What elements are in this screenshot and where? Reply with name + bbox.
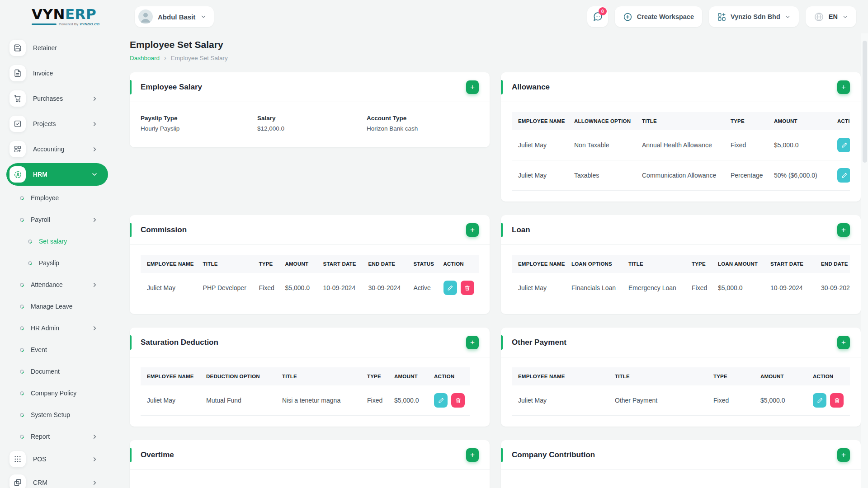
action-cell bbox=[833, 130, 850, 160]
sidebar-item-purchases[interactable]: Purchases bbox=[0, 86, 112, 111]
sidebar-subitem-label: Attendance bbox=[31, 281, 63, 288]
table-cell: Juliet May bbox=[141, 273, 198, 303]
sidebar-subitem-payroll[interactable]: Payroll bbox=[0, 209, 112, 230]
sidebar-item-crm[interactable]: CRM bbox=[0, 471, 112, 488]
add-loan-button[interactable] bbox=[837, 223, 850, 237]
language-label: EN bbox=[829, 13, 838, 20]
add-other-payment-button[interactable] bbox=[837, 336, 850, 349]
column-header: AMOUNT bbox=[769, 112, 833, 130]
sidebar-subitem-label: Payslip bbox=[39, 259, 59, 267]
add-commission-button[interactable] bbox=[466, 223, 479, 237]
sidebar-subitem-label: Set salary bbox=[39, 238, 67, 245]
card-title: Company Contribution bbox=[512, 450, 595, 460]
sidebar-item-projects[interactable]: Projects bbox=[0, 111, 112, 136]
card-title: Loan bbox=[512, 225, 530, 235]
sidebar-item-accounting[interactable]: Accounting bbox=[0, 136, 112, 162]
table-cell: Other Payment bbox=[610, 385, 709, 416]
purchases-icon bbox=[9, 90, 26, 107]
employee-salary-fields: Payslip Type Hourly Payslip Salary $12,0… bbox=[130, 102, 490, 147]
sidebar-item-hrm[interactable]: HRM bbox=[6, 163, 108, 186]
edit-button[interactable] bbox=[434, 393, 448, 408]
sidebar-subitem-system-setup[interactable]: System Setup bbox=[0, 404, 112, 426]
card-header: Overtime bbox=[130, 440, 490, 470]
table-header-row: EMPLOYEE NAMETITLETYPEAMOUNTSTART DATEEN… bbox=[141, 255, 479, 273]
company-contribution-card: Company Contribution bbox=[501, 440, 861, 488]
workspace-switcher[interactable]: Vynzio Sdn Bhd bbox=[709, 6, 799, 27]
delete-button[interactable] bbox=[830, 393, 844, 408]
scrollbar-thumb[interactable] bbox=[863, 41, 867, 163]
sidebar-subitem-event[interactable]: Event bbox=[0, 339, 112, 361]
top-header: VYNERP Powered By VYNZIO.CO Abdul Basit … bbox=[0, 0, 868, 33]
create-workspace-label: Create Workspace bbox=[637, 13, 694, 20]
field-label: Account Type bbox=[367, 115, 418, 122]
column-header: START DATE bbox=[766, 255, 816, 273]
edit-button[interactable] bbox=[443, 281, 457, 295]
page-scrollbar[interactable] bbox=[861, 0, 868, 488]
overtime-card: Overtime bbox=[130, 440, 490, 488]
add-employee-salary-button[interactable] bbox=[466, 80, 479, 94]
sidebar-subitem-payslip[interactable]: Payslip bbox=[0, 252, 112, 274]
column-header: AMOUNT bbox=[756, 367, 808, 385]
breadcrumb-dashboard-link[interactable]: Dashboard bbox=[130, 55, 160, 61]
plus-circle-icon bbox=[623, 12, 632, 22]
field-value: Hourly Payslip bbox=[141, 125, 257, 132]
sidebar-item-pos[interactable]: POS bbox=[0, 447, 112, 471]
add-saturation-deduction-button[interactable] bbox=[466, 336, 479, 349]
sidebar-subitem-set-salary[interactable]: Set salary bbox=[0, 230, 112, 252]
sidebar-main-items: RetainerInvoicePurchasesProjectsAccounti… bbox=[0, 35, 112, 186]
add-company-contribution-button[interactable] bbox=[837, 448, 850, 462]
chevron-down-icon bbox=[200, 14, 207, 20]
hrm-submenu: EmployeePayrollSet salaryPayslipAttendan… bbox=[0, 187, 112, 447]
sidebar-subitem-manage-leave[interactable]: Manage Leave bbox=[0, 296, 112, 317]
sidebar-subitem-company-policy[interactable]: Company Policy bbox=[0, 382, 112, 404]
sidebar-item-label: Retainer bbox=[33, 44, 57, 52]
table-header-row: EMPLOYEE NAMELOAN OPTIONSTITLETYPELOAN A… bbox=[512, 255, 850, 273]
sidebar-item-invoice[interactable]: Invoice bbox=[0, 61, 112, 86]
column-header: AMOUNT bbox=[390, 367, 429, 385]
add-overtime-button[interactable] bbox=[466, 448, 479, 462]
table-cell: Juliet May bbox=[512, 160, 570, 191]
table-header-row: EMPLOYEE NAMEDEDUCTION OPTIONTITLETYPEAM… bbox=[141, 367, 470, 385]
add-allowance-button[interactable] bbox=[837, 80, 850, 94]
delete-button[interactable] bbox=[451, 393, 465, 408]
chevron-right-icon bbox=[91, 146, 98, 153]
sidebar-subitem-document[interactable]: Document bbox=[0, 361, 112, 382]
sidebar: RetainerInvoicePurchasesProjectsAccounti… bbox=[0, 33, 112, 488]
sidebar-subitem-employee[interactable]: Employee bbox=[0, 187, 112, 209]
globe-icon bbox=[814, 12, 824, 22]
chat-button[interactable]: 0 bbox=[587, 6, 608, 27]
sidebar-subitem-hr-admin[interactable]: HR Admin bbox=[0, 317, 112, 339]
loan-table: EMPLOYEE NAMELOAN OPTIONSTITLETYPELOAN A… bbox=[512, 255, 850, 303]
edit-button[interactable] bbox=[813, 393, 826, 408]
table-cell: PHP Developer bbox=[198, 273, 255, 303]
bullet-icon bbox=[19, 304, 25, 310]
language-switcher[interactable]: EN bbox=[806, 6, 856, 27]
column-header: END DATE bbox=[364, 255, 409, 273]
create-workspace-button[interactable]: Create Workspace bbox=[615, 6, 702, 27]
card-accent bbox=[501, 223, 503, 237]
card-accent bbox=[501, 80, 503, 94]
table-cell: 30-09-2024 bbox=[364, 273, 409, 303]
sidebar-subitem-report[interactable]: Report bbox=[0, 426, 112, 447]
saturation-deduction-card: Saturation Deduction EMPLOYEE NAMEDEDUCT… bbox=[130, 328, 490, 427]
table-cell: Juliet May bbox=[512, 273, 567, 303]
edit-button[interactable] bbox=[837, 138, 850, 152]
chevron-right-icon bbox=[91, 121, 98, 127]
sidebar-item-retainer[interactable]: Retainer bbox=[0, 35, 112, 61]
sidebar-subitem-label: Event bbox=[31, 346, 47, 353]
chevron-down-icon bbox=[785, 14, 791, 20]
table-cell: $5,000.0 bbox=[769, 130, 833, 160]
table-cell: Fixed bbox=[709, 385, 756, 416]
delete-button[interactable] bbox=[461, 281, 474, 295]
app-logo[interactable]: VYNERP Powered By VYNZIO.CO bbox=[32, 7, 99, 26]
bullet-icon bbox=[19, 217, 25, 223]
edit-button[interactable] bbox=[837, 168, 850, 183]
card-header: Company Contribution bbox=[501, 440, 861, 470]
page-title: Employee Set Salary bbox=[130, 39, 861, 50]
sidebar-subitem-attendance[interactable]: Attendance bbox=[0, 274, 112, 296]
table-cell: Percentage bbox=[726, 160, 769, 191]
card-accent bbox=[130, 448, 132, 462]
bullet-icon bbox=[19, 325, 25, 331]
card-accent bbox=[130, 80, 132, 94]
user-menu[interactable]: Abdul Basit bbox=[135, 6, 214, 27]
